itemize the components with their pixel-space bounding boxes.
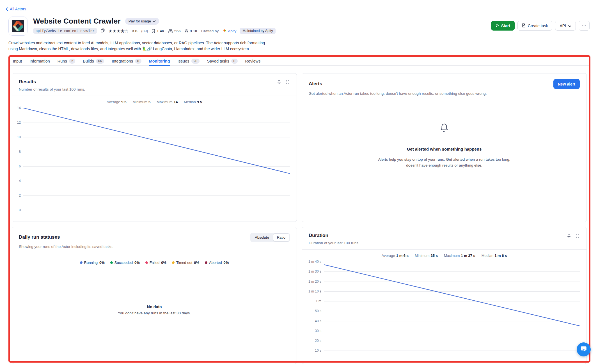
chat-launcher-button[interactable] <box>577 342 591 356</box>
monthly-users-count: 8.1K <box>185 29 198 33</box>
actor-logo-image <box>10 19 26 34</box>
page-title: Website Content Crawler <box>33 17 121 26</box>
chat-bubble-icon <box>580 345 587 354</box>
results-panel: Results Number of results of your last 1… <box>12 73 297 222</box>
absolute-ratio-toggle: Absolute Ratio <box>250 233 290 242</box>
y-tick-label: 10 s <box>315 349 321 353</box>
document-icon <box>522 23 526 28</box>
tab-badge: 2 <box>69 59 75 64</box>
tab-input[interactable]: Input <box>13 57 22 66</box>
y-tick-label: 30 s <box>315 329 321 333</box>
ellipsis-icon: ⋯ <box>582 23 586 28</box>
y-tick-label: 2 <box>19 193 21 197</box>
toggle-ratio[interactable]: Ratio <box>273 233 289 241</box>
legend-dot <box>110 261 113 264</box>
duration-subtitle: Duration of your last 100 runs. <box>302 241 586 245</box>
actor-id-pill[interactable]: apify/website-content-crawler <box>33 28 97 34</box>
alerts-title: Alerts <box>309 81 322 87</box>
star-rating-icons: ★★★★★☆ <box>109 29 129 33</box>
rating-count: (39) <box>141 29 148 33</box>
legend-running: Running0% <box>80 261 105 265</box>
tab-badge: 66 <box>96 59 104 64</box>
person-icon <box>185 29 188 33</box>
gridline <box>23 210 290 210</box>
tab-bar: Input Information Runs2 Builds66 Integra… <box>10 57 589 66</box>
y-tick-label: 1 m 30 s <box>308 269 321 273</box>
y-tick-label: 12 <box>17 121 21 125</box>
divider <box>12 253 297 253</box>
bell-icon[interactable] <box>277 80 281 85</box>
duration-panel: Duration Duration of your last 100 runs.… <box>302 227 587 364</box>
play-icon <box>496 24 499 28</box>
rating-value: 3.6 <box>132 29 138 33</box>
tab-information[interactable]: Information <box>29 57 50 66</box>
tab-integrations[interactable]: Integrations0 <box>112 57 141 66</box>
y-tick-label: 6 <box>19 164 21 168</box>
y-tick-label: 4 <box>19 179 21 183</box>
duration-line-chart: 1 m 40 s1 m 30 s1 m 20 s1 m 10 s1 m50 s4… <box>324 262 580 356</box>
chevron-left-icon <box>6 7 8 11</box>
apify-actor-monitoring-page: All Actors Website Content Crawler Pay f… <box>0 0 598 364</box>
tab-runs[interactable]: Runs2 <box>58 57 75 66</box>
actor-description: Crawl websites and extract text content … <box>8 40 275 52</box>
chart-series-line <box>23 108 290 210</box>
y-tick-label: 10 <box>17 135 21 139</box>
results-stats: Average9.5 Minimum5 Maximum14 Median9.5 <box>12 100 297 104</box>
chevron-down-icon <box>568 24 571 28</box>
expand-icon[interactable] <box>285 80 290 84</box>
tab-saved-tasks[interactable]: Saved tasks0 <box>207 57 238 66</box>
create-task-button[interactable]: Create task <box>517 21 553 31</box>
statuses-title: Daily run statuses <box>19 234 60 240</box>
bell-icon[interactable] <box>567 233 571 238</box>
tab-issues[interactable]: Issues20 <box>178 57 200 66</box>
y-tick-label: 14 <box>17 106 21 110</box>
y-tick-label: 1 m <box>316 299 321 303</box>
tab-badge: 0 <box>135 59 141 64</box>
results-title: Results <box>19 79 36 85</box>
expand-icon[interactable] <box>575 234 580 238</box>
alerts-panel: Alerts New alert Get alerted when an Act… <box>302 73 587 222</box>
tab-badge: 0 <box>231 59 238 64</box>
tab-builds[interactable]: Builds66 <box>83 57 104 66</box>
maintained-badge: Maintained by Apify <box>240 28 275 34</box>
statuses-subtitle: Showing your runs of the Actor including… <box>12 245 297 249</box>
status-legend: Running0% Succeeded0% Failed0% Timed out… <box>12 261 297 265</box>
legend-dot <box>80 261 83 264</box>
breadcrumb[interactable]: All Actors <box>6 7 26 11</box>
tab-monitoring[interactable]: Monitoring <box>149 57 170 66</box>
y-tick-label: 1 m 20 s <box>308 280 321 284</box>
apify-logo-icon <box>222 29 226 33</box>
bookmark-icon <box>152 29 155 33</box>
daily-run-statuses-panel: Daily run statuses Absolute Ratio Showin… <box>12 227 297 364</box>
y-tick-label: 1 m 40 s <box>308 260 321 264</box>
tab-reviews[interactable]: Reviews <box>245 57 261 66</box>
star-half-icon: ★★ <box>121 29 124 33</box>
more-actions-button[interactable]: ⋯ <box>579 21 590 31</box>
duration-title: Duration <box>309 233 328 238</box>
api-button[interactable]: API <box>555 21 576 31</box>
legend-failed: Failed0% <box>145 261 166 265</box>
crafted-by-label: Crafted by <box>201 29 219 33</box>
new-alert-button[interactable]: New alert <box>553 79 580 89</box>
pricing-badge[interactable]: Pay for usage <box>125 18 159 25</box>
legend-aborted: Aborted0% <box>205 261 229 265</box>
toggle-absolute[interactable]: Absolute <box>251 233 273 241</box>
star-outline-icon: ☆ <box>125 29 128 33</box>
y-tick-label: 8 <box>19 150 21 154</box>
start-button[interactable]: Start <box>491 21 515 31</box>
results-line-chart: 14121086420 <box>23 108 290 210</box>
alerts-subtitle: Get alerted when an Actor run takes too … <box>302 91 586 96</box>
y-tick-label: 50 s <box>315 309 321 313</box>
no-data-message: No data You don't have any runs in the l… <box>12 305 297 315</box>
star-icon: ★ <box>109 29 112 33</box>
alerts-empty-text: Alerts help you stay on top of your runs… <box>378 156 510 168</box>
crafted-by-link[interactable]: Apify <box>222 29 236 33</box>
total-users-count: 55K <box>168 29 181 33</box>
copy-icon[interactable] <box>101 28 105 33</box>
users-icon <box>168 29 173 33</box>
y-tick-label: 0 <box>19 208 21 212</box>
chevron-down-icon <box>153 19 156 23</box>
tab-badge: 20 <box>191 59 200 64</box>
legend-timed-out: Timed out0% <box>172 261 199 265</box>
legend-succeeded: Succeeded0% <box>110 261 140 265</box>
